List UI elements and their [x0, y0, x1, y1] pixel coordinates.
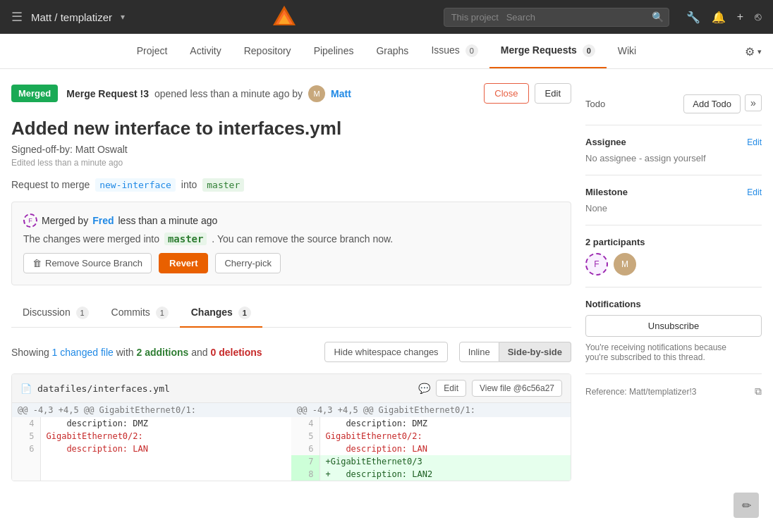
request-to-merge: Request to merge new-interface into mast… — [11, 179, 571, 190]
table-row: 7 +GigabitEthernet0/3 — [12, 455, 571, 468]
side-by-side-button[interactable]: Side-by-side — [499, 342, 571, 362]
copy-reference-button[interactable]: ⧉ — [755, 385, 762, 397]
add-todo-button[interactable]: Add Todo — [683, 94, 741, 113]
deletions-count: 0 deletions — [211, 347, 262, 358]
inline-view-button[interactable]: Inline — [459, 342, 499, 362]
milestone-header: Milestone Edit — [585, 187, 762, 197]
assignee-value: No assignee - assign yourself — [585, 153, 762, 163]
diff-edit-button[interactable]: Edit — [436, 380, 466, 397]
expand-button[interactable]: » — [745, 94, 762, 111]
line-num-right: 4 — [291, 417, 319, 430]
subnav-repository[interactable]: Repository — [233, 35, 303, 68]
brand-dropdown-icon[interactable]: ▾ — [121, 12, 125, 22]
main-container: Merged Merge Request !3 opened less than… — [0, 69, 773, 495]
merged-by-line: F Merged by Fred less than a minute ago — [23, 214, 559, 228]
diff-file-header: 📄 datafiles/interfaces.yml 💬 Edit View f… — [12, 374, 571, 403]
subnav-merge-requests[interactable]: Merge Requests 0 — [489, 35, 607, 68]
revert-button[interactable]: Revert — [159, 253, 208, 273]
context-row: @@ -4,3 +4,5 @@ GigabitEthernet0/1: @@ -… — [12, 403, 571, 417]
source-branch: new-interface — [95, 178, 176, 192]
milestone-edit-link[interactable]: Edit — [747, 187, 762, 197]
line-content-right: + description: LAN2 — [319, 468, 571, 481]
merged-box: F Merged by Fred less than a minute ago … — [11, 202, 571, 285]
reference-text: Reference: Matt/templatizer!3 — [585, 387, 696, 397]
additions-count: 2 additions — [136, 347, 188, 358]
line-content-right: GigabitEthernet0/2: — [319, 430, 571, 443]
search-input[interactable] — [444, 8, 669, 27]
participant-fred[interactable]: F — [585, 253, 608, 276]
line-num-right: 7 — [291, 455, 319, 468]
settings-gear[interactable]: ⚙ ▾ — [745, 44, 762, 58]
merged-into-line: The changes were merged into master . Yo… — [23, 233, 559, 245]
changes-badge: 1 — [238, 307, 251, 319]
subnav-graphs[interactable]: Graphs — [365, 35, 420, 68]
cherry-pick-button[interactable]: Cherry-pick — [215, 253, 280, 273]
diff-filename: datafiles/interfaces.yml — [37, 383, 413, 394]
changed-file-link[interactable]: 1 changed file — [52, 347, 114, 358]
mr-title: Added new interface to interfaces.yml — [11, 118, 571, 140]
line-num-left: 5 — [12, 430, 40, 443]
line-num-right: 6 — [291, 443, 319, 455]
tab-changes[interactable]: Changes 1 — [180, 299, 262, 328]
line-num-left: 6 — [12, 443, 40, 455]
edit-button[interactable]: Edit — [535, 83, 571, 104]
table-row: 6 description: LAN 6 description: LAN — [12, 443, 571, 455]
content-area: Merged Merge Request !3 opened less than… — [11, 83, 571, 481]
sidebar: Todo Add Todo » Assignee Edit No assigne… — [585, 83, 762, 481]
participants-list: F M — [585, 253, 762, 276]
view-mode-buttons: Inline Side-by-side — [459, 342, 571, 362]
gear-dropdown-icon: ▾ — [757, 47, 762, 56]
diff-view-button[interactable]: View file @6c56a27 — [472, 380, 562, 397]
changes-info-text: Showing 1 changed file with 2 additions … — [11, 347, 262, 358]
tab-discussion[interactable]: Discussion 1 — [11, 299, 100, 328]
context-header-left: @@ -4,3 +4,5 @@ GigabitEthernet0/1: — [12, 403, 291, 417]
assignee-edit-link[interactable]: Edit — [747, 137, 762, 147]
table-row: 5 GigabitEthernet0/2: 5 GigabitEthernet0… — [12, 430, 571, 443]
notifications-section: Notifications Unsubscribe You're receivi… — [585, 287, 762, 374]
remove-source-branch-button[interactable]: 🗑 Remove Source Branch — [23, 253, 152, 273]
merged-badge: Merged — [11, 85, 58, 102]
bell-icon[interactable]: 🔔 — [712, 11, 726, 24]
line-content-right: description: LAN — [319, 443, 571, 455]
participants-section: 2 participants F M — [585, 225, 762, 287]
mr-opened-text: opened less than a minute ago by — [154, 88, 303, 99]
milestone-value: None — [585, 203, 762, 214]
comment-icon[interactable]: 💬 — [418, 383, 430, 394]
top-nav: ☰ Matt / templatizer ▾ 🔍 🔧 🔔 + ⎋ — [0, 0, 773, 34]
notifications-label: Notifications — [585, 299, 641, 309]
edit-fab[interactable]: ✏ — [734, 493, 759, 495]
tab-commits[interactable]: Commits 1 — [100, 299, 180, 328]
nav-logo — [133, 4, 435, 30]
subnav-pipelines[interactable]: Pipelines — [303, 35, 365, 68]
signout-icon[interactable]: ⎋ — [755, 11, 762, 23]
edited-time: Edited less than a minute ago — [11, 158, 571, 168]
subnav-project[interactable]: Project — [126, 35, 179, 68]
hamburger-icon[interactable]: ☰ — [11, 9, 23, 25]
mr-actions: Close Edit — [484, 83, 571, 104]
fred-link[interactable]: Fred — [92, 215, 114, 226]
notifications-text2: you're subscribed to this thread. — [585, 352, 762, 362]
unsubscribe-button[interactable]: Unsubscribe — [585, 315, 762, 337]
merged-by-suffix: less than a minute ago — [118, 215, 218, 226]
subnav-issues[interactable]: Issues 0 — [420, 35, 489, 68]
line-num-left — [12, 468, 40, 481]
subnav-wiki[interactable]: Wiki — [607, 35, 647, 68]
nav-brand[interactable]: Matt / templatizer — [31, 11, 112, 23]
line-content-left: description: DMZ — [40, 417, 291, 430]
participant-matt[interactable]: M — [614, 253, 636, 276]
hide-whitespace-button[interactable]: Hide whitespace changes — [324, 342, 447, 362]
line-num-left: 4 — [12, 417, 40, 430]
wrench-icon[interactable]: 🔧 — [686, 11, 700, 24]
subnav-activity[interactable]: Activity — [178, 35, 232, 68]
target-branch: master — [202, 178, 244, 192]
line-content-right: +GigabitEthernet0/3 — [319, 455, 571, 468]
line-content-left — [40, 455, 291, 468]
participants-label: 2 participants — [585, 237, 645, 247]
plus-icon[interactable]: + — [737, 11, 743, 23]
notifications-header: Notifications — [585, 299, 762, 309]
search-icon: 🔍 — [652, 11, 664, 23]
line-num-right: 8 — [291, 468, 319, 481]
table-row: 4 description: DMZ 4 description: DMZ — [12, 417, 571, 430]
author-link[interactable]: Matt — [331, 88, 351, 99]
close-button[interactable]: Close — [484, 83, 528, 104]
